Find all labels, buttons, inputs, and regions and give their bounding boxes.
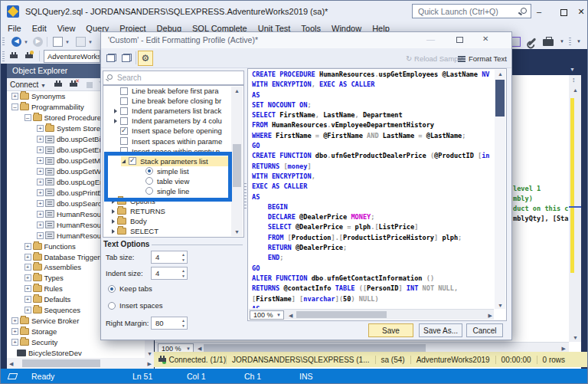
menu-file[interactable]: File [2, 22, 27, 33]
format-option-check[interactable]: Indent parameters by 4 colu [103, 116, 231, 126]
expander-icon[interactable] [112, 219, 115, 224]
dialog-close-button[interactable]: ✕ [482, 34, 488, 43]
expander-icon[interactable]: + [24, 264, 31, 271]
toolbox-icon[interactable] [543, 39, 554, 46]
reload-sample-button[interactable]: ↻ Reload Sample [406, 54, 464, 63]
gear-icon[interactable]: ⚙ [138, 51, 153, 66]
expander-icon[interactable]: + [37, 179, 44, 185]
expander-icon[interactable]: + [11, 317, 18, 324]
navigate-back-icon[interactable]: ◀ [11, 37, 21, 47]
expander-icon[interactable] [114, 119, 117, 123]
checkbox[interactable] [120, 117, 128, 125]
connection-status-segment: JORDANSANDERS\SQLEXPRESS (1... [226, 356, 375, 364]
expander-icon[interactable] [112, 229, 115, 234]
expander-icon[interactable]: + [24, 296, 31, 303]
expander-icon[interactable]: + [24, 243, 31, 250]
editor-code-line: level 1 [513, 185, 541, 192]
format-option-folder[interactable]: RETURNS [103, 206, 231, 216]
save-button[interactable]: Save [368, 323, 413, 337]
open-file-icon[interactable] [76, 37, 86, 47]
editor-hscroll-thumb[interactable] [204, 344, 426, 352]
quick-launch-input[interactable]: Quick Launch (Ctrl+Q) [412, 4, 531, 18]
menu-edit[interactable]: Edit [27, 22, 52, 33]
save-as-button[interactable]: Save As... [419, 323, 462, 337]
oe-stop-icon[interactable] [87, 82, 93, 88]
connect-dropdown[interactable]: Connect ▼ [10, 80, 46, 89]
expander-icon[interactable]: + [37, 125, 44, 132]
right-margin-input[interactable]: 80▲▼ [151, 317, 188, 330]
checkbox[interactable] [120, 107, 128, 115]
minimize-button[interactable]: – [529, 1, 549, 22]
format-option-folder[interactable]: Body [103, 216, 231, 226]
folder-icon [33, 296, 42, 303]
expander-icon[interactable] [112, 209, 115, 214]
connection-status-segment: AdventureWorks2019 [410, 356, 495, 364]
keep-tabs-radio[interactable]: Keep tabs [108, 284, 152, 293]
format-option-folder[interactable]: SELECT [103, 226, 231, 236]
expander-icon[interactable]: + [37, 168, 44, 175]
expander-icon[interactable]: + [24, 285, 31, 292]
expander-icon[interactable]: + [37, 157, 44, 164]
oe-item-label: Service Broker [31, 317, 79, 325]
cascade-icon-2[interactable] [122, 54, 132, 62]
checkbox[interactable] [120, 97, 128, 105]
format-option-check[interactable]: Insert spaces within parame [103, 136, 231, 146]
change-connection-icon[interactable] [25, 52, 34, 61]
expander-icon[interactable]: + [37, 200, 44, 207]
preview-vertical-scrollbar[interactable]: ▲ ▼ [495, 70, 505, 309]
format-text-button[interactable]: Format Text [458, 54, 507, 63]
format-option-check[interactable]: Insert space before opening [103, 126, 231, 136]
navigate-forward-icon[interactable]: ▶ [33, 37, 43, 47]
dialog-tree-scrollbar[interactable]: ▲ ▼ [231, 87, 243, 236]
expander-icon[interactable]: + [37, 222, 44, 228]
new-query-icon[interactable] [53, 37, 63, 47]
expander-icon[interactable]: + [24, 274, 31, 281]
format-option-check[interactable]: Indent parameters list brack [103, 106, 231, 116]
pane-splitter[interactable] [244, 183, 247, 209]
menu-view[interactable]: View [52, 22, 81, 33]
expander-icon[interactable]: – [24, 114, 31, 121]
oe-connect-icon[interactable] [54, 80, 63, 89]
splitter-icon[interactable]: ↕ [572, 76, 576, 84]
dialog-search-input[interactable]: Search [103, 71, 244, 85]
oe-horizontal-scrollbar[interactable]: ◀ ▶ [7, 358, 154, 369]
cancel-button[interactable]: Cancel [466, 323, 503, 337]
maximize-button[interactable] [554, 1, 573, 22]
checkbox[interactable] [120, 127, 128, 135]
sproc-icon [45, 136, 54, 143]
tab-list-dropdown-icon[interactable]: ▼ [570, 67, 575, 72]
indent-size-input[interactable]: 4▲▼ [151, 267, 188, 280]
close-button[interactable]: ✕ [573, 1, 588, 22]
expander-icon[interactable]: + [11, 93, 18, 100]
expander-icon[interactable] [114, 109, 117, 113]
format-option-check[interactable]: Line break before closing br [103, 96, 231, 106]
connect-icon[interactable] [10, 52, 18, 61]
oe-item-label: System Stored [57, 124, 104, 133]
expander-icon[interactable]: + [37, 232, 44, 239]
dialog-maximize-button[interactable] [456, 37, 463, 43]
expander-icon[interactable]: + [11, 339, 18, 346]
oe-disconnect-icon[interactable]: ✕ [70, 80, 78, 89]
checkbox[interactable] [120, 87, 128, 95]
option-label: Body [130, 217, 147, 225]
expander-icon[interactable]: – [11, 103, 18, 110]
format-option-check[interactable]: Line break before first para [103, 86, 231, 96]
expander-icon[interactable]: + [37, 189, 44, 196]
checkbox[interactable] [120, 137, 128, 145]
expander-icon[interactable]: + [37, 146, 44, 153]
wrench-icon[interactable] [528, 38, 537, 46]
editor-vertical-scrollbar[interactable]: ↕ ▲ ▼ [569, 75, 581, 342]
tab-size-input[interactable]: 4▲▼ [151, 251, 188, 264]
insert-spaces-radio[interactable]: Insert spaces [108, 301, 163, 310]
expander-icon[interactable]: + [24, 307, 31, 313]
cascade-icon-1[interactable] [106, 54, 116, 62]
expander-icon[interactable]: + [37, 136, 44, 143]
preview-hscroll-thumb[interactable] [296, 311, 387, 318]
expander-icon[interactable]: + [37, 211, 44, 218]
preview-zoom-select[interactable]: 100 %▼ [250, 310, 284, 320]
expander-icon[interactable]: + [24, 254, 31, 261]
oe-tree-item[interactable]: BicycleStoreDev [7, 348, 145, 359]
expander-icon[interactable]: + [11, 328, 18, 335]
database-combobox[interactable]: AdventureWorks [44, 50, 100, 63]
right-margin-label: Right Margin: [106, 319, 149, 327]
